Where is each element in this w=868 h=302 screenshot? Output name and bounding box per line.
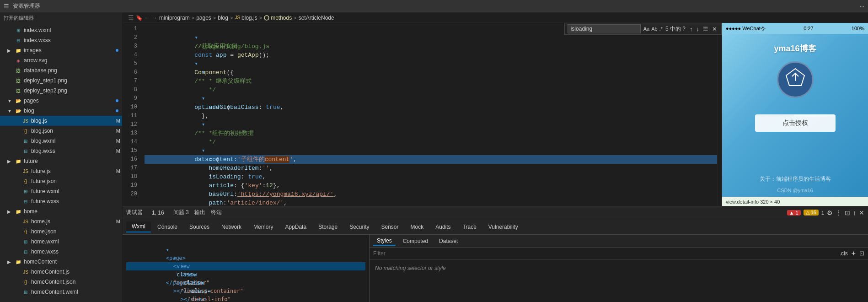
svg-icon: ◈ xyxy=(15,57,22,64)
tree-item-blog[interactable]: ▼ 📂 blog xyxy=(0,106,122,116)
match-case-btn[interactable]: Aa xyxy=(643,26,649,32)
js-file-icon: JS xyxy=(22,117,29,124)
devtools-terminal[interactable]: 终端 xyxy=(211,209,222,216)
tree-item-home-json[interactable]: {} home.json xyxy=(0,226,122,237)
resource-manager-icon: ☰ xyxy=(4,3,9,10)
tab-security[interactable]: Security xyxy=(344,222,375,232)
devtools-close-icon[interactable]: ↑ xyxy=(853,209,856,216)
tab-vulnerability[interactable]: Vulnerability xyxy=(483,222,524,232)
tree-item-future[interactable]: ▶ 📁 future xyxy=(0,156,122,166)
tab-dataset[interactable]: Dataset xyxy=(435,237,461,245)
wxml-tree-panel: ▾ <page> ▾ <view class= "container" ></v… xyxy=(123,235,370,302)
breadcrumb-pages[interactable]: pages xyxy=(196,15,211,21)
search-prev-btn[interactable]: ↑ xyxy=(688,25,694,33)
breadcrumb-bookmark[interactable]: 🔖 xyxy=(136,15,143,21)
wxml-file-icon: ⊞ xyxy=(22,238,29,245)
phone-preview-panel: ●●●●● WeChat令 0:27 100% yma16博客 xyxy=(722,23,868,206)
tree-item-blog-json[interactable]: {} blog.json M xyxy=(0,126,122,136)
tab-network[interactable]: Network xyxy=(216,222,247,232)
settings-icon[interactable]: ⚙ xyxy=(827,209,833,216)
styles-panel: Styles Computed Dataset .cls + ⊡ No matc… xyxy=(370,235,868,302)
search-input[interactable] xyxy=(568,24,641,33)
auth-button[interactable]: 点击授权 xyxy=(755,114,836,132)
tab-mock[interactable]: Mock xyxy=(405,222,429,232)
tab-computed[interactable]: Computed xyxy=(399,237,432,245)
tree-item-future-wxml[interactable]: ⊞ future.wxml xyxy=(0,186,122,196)
tree-item-deploy1-png[interactable]: 🖼 deploy_step1.png xyxy=(0,76,122,86)
tree-item-pages[interactable]: ▼ 📂 pages xyxy=(0,96,122,106)
tree-item-blog-js[interactable]: JS blog.js M xyxy=(0,116,122,126)
tree-item-images[interactable]: ▶ 📁 images xyxy=(0,45,122,55)
main-layout: 打开的编辑器 ⊞ index.wxml ⊟ index.wxss ▶ 📁 ima… xyxy=(0,13,868,302)
search-list-btn[interactable]: ☰ xyxy=(702,25,710,33)
devtools-maximize-icon[interactable]: ✕ xyxy=(859,209,864,216)
tree-item-homecontent-json[interactable]: {} homeContent.json xyxy=(0,277,122,287)
tab-sources[interactable]: Sources xyxy=(184,222,215,232)
tree-item-home-wxml[interactable]: ⊞ home.wxml xyxy=(0,237,122,247)
modified-dot xyxy=(116,99,118,102)
breadcrumb-blog[interactable]: blog xyxy=(218,15,228,21)
modified-dot xyxy=(116,109,118,112)
tab-audits[interactable]: Audits xyxy=(430,222,456,232)
breadcrumb-miniprogram[interactable]: miniprogram xyxy=(159,15,190,21)
code-editor: Aa Ab .* 5 中的 ? ↑ ↓ ☰ ✕ 12345 6 xyxy=(123,23,722,206)
tree-item-home-js[interactable]: JS home.js M xyxy=(0,216,122,226)
phone-csdn-text: CSDN @yma16 xyxy=(777,188,813,193)
avatar-icon xyxy=(784,66,807,93)
expand-icon[interactable]: ⊡ xyxy=(859,250,864,257)
tree-item-homecontent[interactable]: ▶ 📁 homeContent xyxy=(0,257,122,267)
devtools-issues[interactable]: 问题 3 xyxy=(173,209,189,216)
breadcrumb-nav-back[interactable]: ☰ xyxy=(128,14,134,22)
tree-item-index-wxml[interactable]: ⊞ index.wxml xyxy=(0,25,122,35)
file-tree[interactable]: ⊞ index.wxml ⊟ index.wxss ▶ 📁 images ◈ a… xyxy=(0,23,122,302)
breadcrumb-set-article-node[interactable]: setArticleNode xyxy=(299,15,334,21)
breadcrumb-methods[interactable]: methods xyxy=(264,15,292,21)
wxml-line-page-open[interactable]: ▾ <page> xyxy=(126,237,365,246)
folder-icon: 📁 xyxy=(15,258,22,265)
tab-memory[interactable]: Memory xyxy=(248,222,279,232)
tab-console[interactable]: Console xyxy=(152,222,183,232)
tab-trace[interactable]: Trace xyxy=(457,222,482,232)
search-close-btn[interactable]: ✕ xyxy=(711,25,718,33)
top-bar-dots[interactable]: ··· xyxy=(860,3,864,10)
search-next-btn[interactable]: ↓ xyxy=(695,25,701,33)
phone-bottom-text: 关于：前端程序员的生活博客 xyxy=(760,175,831,183)
devtools-status-label: 调试器 xyxy=(126,209,143,216)
panel-expand-icon[interactable]: ⊡ xyxy=(845,209,850,216)
breadcrumb-arrow-right[interactable]: → xyxy=(152,15,157,21)
tree-item-blog-wxss[interactable]: ⊟ blog.wxss M xyxy=(0,146,122,156)
folder-icon: 📁 xyxy=(15,208,22,215)
breadcrumb-blog-js[interactable]: JS blog.js xyxy=(235,15,257,21)
breadcrumb-arrow-left[interactable]: ← xyxy=(145,15,150,21)
tree-item-homecontent-js[interactable]: JS homeContent.js xyxy=(0,267,122,277)
tree-item-index-wxss[interactable]: ⊟ index.wxss xyxy=(0,35,122,45)
tree-item-deploy2-png[interactable]: 🖼 deploy_step2.png xyxy=(0,86,122,96)
devtools-panel: 调试器 1, 16 问题 3 输出 终端 ▲ 1 △ 16 1 ⚙ ⋮ ⊡ ↑ … xyxy=(123,206,868,302)
search-count: 5 中的 ? xyxy=(665,25,686,33)
no-style-message: No matching selector or style xyxy=(370,259,868,277)
filter-cls-badge[interactable]: .cls xyxy=(840,250,848,257)
add-style-btn[interactable]: + xyxy=(852,249,856,258)
tree-item-database-png[interactable]: 🖼 database.png xyxy=(0,65,122,76)
tree-item-home-wxss[interactable]: ⊟ home.wxss xyxy=(0,247,122,257)
open-editors-section[interactable]: 打开的编辑器 xyxy=(0,13,122,23)
regex-btn[interactable]: .* xyxy=(659,26,663,32)
tab-sensor[interactable]: Sensor xyxy=(376,222,404,232)
tab-storage[interactable]: Storage xyxy=(313,222,343,232)
tree-item-future-js[interactable]: JS future.js M xyxy=(0,166,122,176)
more-options-icon[interactable]: ⋮ xyxy=(836,209,842,216)
tree-item-home[interactable]: ▶ 📁 home xyxy=(0,206,122,216)
tree-item-future-wxss[interactable]: ⊟ future.wxss xyxy=(0,196,122,206)
minimap xyxy=(717,23,722,206)
tab-wxml[interactable]: Wxml xyxy=(126,221,151,232)
tree-item-future-json[interactable]: {} future.json xyxy=(0,176,122,186)
tab-styles[interactable]: Styles xyxy=(373,237,396,246)
filter-input[interactable] xyxy=(373,250,836,257)
devtools-output[interactable]: 输出 xyxy=(194,209,205,216)
modified-badge: M xyxy=(116,168,120,174)
tree-item-blog-wxml[interactable]: ⊞ blog.wxml M xyxy=(0,136,122,146)
tree-item-homecontent-wxml[interactable]: ⊞ homeContent.wxml xyxy=(0,287,122,297)
tree-item-arrow-svg[interactable]: ◈ arrow.svg xyxy=(0,55,122,65)
whole-word-btn[interactable]: Ab xyxy=(651,26,657,32)
tab-appdata[interactable]: AppData xyxy=(279,222,312,232)
